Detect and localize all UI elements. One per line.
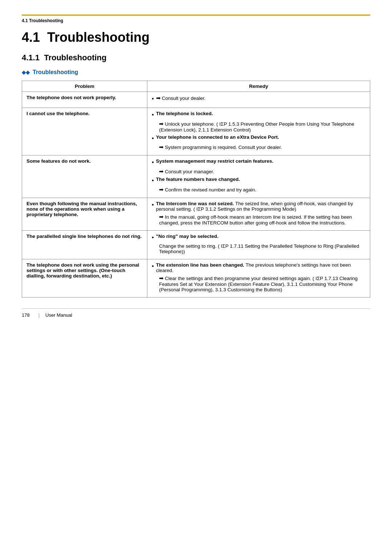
problem-cell: The parallelled single line telephones d… (22, 230, 147, 259)
arrow-icon: ➡ (159, 121, 164, 127)
remedy-text: ➡In the manual, going off-hook means an … (159, 214, 366, 226)
subsection-title: ◆◆ Troubleshooting (22, 69, 370, 76)
remedy-text: "No ring" may be selected. (156, 234, 219, 239)
remedy-text: The feature numbers have changed. (156, 177, 240, 182)
diamond-icon: ◆◆ (22, 69, 30, 75)
list-item: •The telephone is locked. (152, 111, 366, 119)
list-item: •The extension line has been changed. Th… (152, 262, 366, 273)
remedy-text: ➡Unlock your telephone. ( ΙΣΡ 1.5.3 Prev… (159, 121, 366, 133)
table-row: The parallelled single line telephones d… (22, 230, 370, 259)
footer: 178 | User Manual (22, 308, 370, 318)
list-item: •➡Consult your dealer. (152, 95, 366, 103)
remedy-text: The Intercom line was not seized. The se… (156, 201, 366, 212)
list-item: •"No ring" may be selected. (152, 234, 366, 242)
remedy-cell: •"No ring" may be selected.Change the se… (147, 230, 370, 259)
remedy-text: The telephone is locked. (156, 111, 213, 116)
remedy-cell: •The Intercom line was not seized. The s… (147, 198, 370, 230)
list-item: ➡Confirm the revised number and try agai… (152, 186, 366, 193)
bullet-icon: • (152, 159, 154, 166)
table-row: I cannot use the telephone.•The telephon… (22, 108, 370, 155)
table-row: The telephone does not work using the pe… (22, 259, 370, 297)
arrow-icon: ➡ (159, 275, 164, 281)
problem-cell: I cannot use the telephone. (22, 108, 147, 155)
list-item: •The feature numbers have changed. (152, 177, 366, 185)
remedy-text: ➡Consult your manager. (159, 168, 214, 175)
top-bar: 4.1 Troubleshooting (22, 15, 370, 23)
remedy-cell: •The extension line has been changed. Th… (147, 259, 370, 297)
page: 4.1 Troubleshooting 4.1 Troubleshooting … (0, 0, 392, 340)
section-title: 4.1.1 Troubleshooting (22, 53, 370, 62)
list-item: Change the setting to ring. ( ΙΣΡ 1.7.11… (152, 243, 366, 254)
arrow-icon: ➡ (159, 186, 164, 193)
bullet-icon: • (152, 263, 154, 270)
list-item: ➡Consult your manager. (152, 168, 366, 175)
remedy-text: System management may restrict certain f… (156, 158, 273, 164)
remedy-text: The extension line has been changed. The… (156, 262, 366, 273)
remedy-text: ➡Clear the settings and then programme y… (159, 275, 366, 292)
table-row: The telephone does not work properly.•➡C… (22, 92, 370, 108)
bullet-icon: • (152, 135, 154, 142)
list-item: •The Intercom line was not seized. The s… (152, 201, 366, 212)
remedy-text: ➡System programming is required. Consult… (159, 144, 282, 150)
problem-cell: Even though following the manual instruc… (22, 198, 147, 230)
bullet-icon: • (152, 177, 154, 185)
table-row: Even though following the manual instruc… (22, 198, 370, 230)
bullet-icon: • (152, 111, 154, 119)
troubleshooting-table: Problem Remedy The telephone does not wo… (22, 81, 370, 297)
arrow-icon: ➡ (159, 214, 164, 220)
list-item: ➡Clear the settings and then programme y… (152, 275, 366, 292)
arrow-icon: ➡ (159, 168, 164, 174)
remedy-cell: •The telephone is locked.➡Unlock your te… (147, 108, 370, 155)
remedy-text: Change the setting to ring. ( ΙΣΡ 1.7.11… (159, 243, 366, 254)
chapter-title: 4.1 Troubleshooting (22, 30, 370, 45)
col-remedy: Remedy (147, 81, 370, 92)
remedy-cell: •System management may restrict certain … (147, 155, 370, 198)
arrow-icon: ➡ (156, 95, 161, 101)
col-problem: Problem (22, 81, 147, 92)
list-item: ➡System programming is required. Consult… (152, 144, 366, 150)
bullet-icon: • (152, 234, 154, 242)
problem-cell: The telephone does not work using the pe… (22, 259, 147, 297)
list-item: ➡In the manual, going off-hook means an … (152, 214, 366, 226)
bullet-icon: • (152, 95, 154, 103)
page-number: 178 (22, 312, 30, 318)
remedy-cell: •➡Consult your dealer. (147, 92, 370, 108)
table-row: Some features do not work.•System manage… (22, 155, 370, 198)
footer-label: User Manual (45, 312, 72, 318)
problem-cell: The telephone does not work properly. (22, 92, 147, 108)
bullet-icon: • (152, 201, 154, 209)
list-item: ➡Unlock your telephone. ( ΙΣΡ 1.5.3 Prev… (152, 121, 366, 133)
top-label: 4.1 Troubleshooting (22, 18, 63, 23)
problem-cell: Some features do not work. (22, 155, 147, 198)
remedy-text: ➡Confirm the revised number and try agai… (159, 186, 256, 193)
remedy-text: ➡Consult your dealer. (156, 95, 205, 101)
list-item: •System management may restrict certain … (152, 158, 366, 166)
list-item: •Your telephone is connected to an eXtra… (152, 134, 366, 142)
remedy-text: Your telephone is connected to an eXtra … (156, 134, 279, 140)
arrow-icon: ➡ (159, 144, 164, 150)
